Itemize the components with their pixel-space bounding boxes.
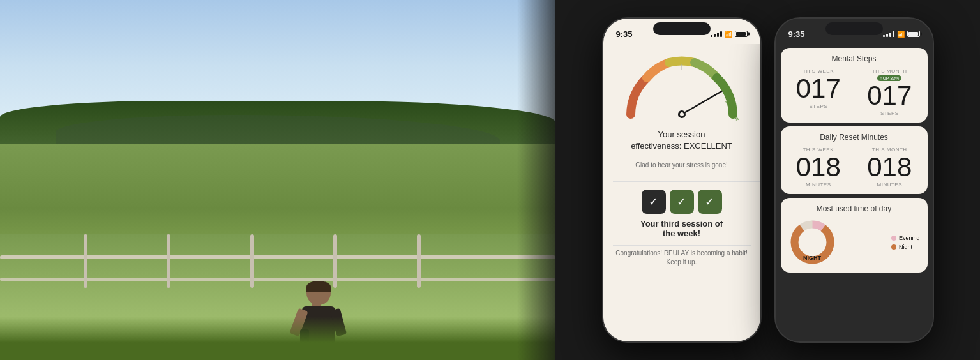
mental-steps-month-value: 017: [867, 82, 912, 109]
daily-reset-month-col: THIS MONTH 018 MINUTES: [859, 147, 920, 188]
battery-icon: [735, 31, 748, 37]
mental-steps-month-label: THIS MONTH: [872, 68, 907, 74]
legend-night: Night: [891, 244, 920, 250]
mental-steps-month-unit: STEPS: [880, 110, 899, 116]
gauge-section: EXCELLENT Your sessioneffectiveness: EXC…: [603, 44, 760, 181]
phone-2-signal-icon: [883, 31, 894, 37]
mental-steps-week-unit: STEPS: [809, 103, 827, 109]
daily-reset-title: Daily Reset Minutes: [788, 133, 920, 142]
night-label: NIGHT: [803, 255, 821, 261]
check-title: Your third session ofthe week!: [640, 219, 723, 238]
mental-steps-title: Mental Steps: [788, 54, 920, 63]
gauge-container: EXCELLENT: [618, 54, 746, 124]
daily-reset-numbers: THIS WEEK 018 MINUTES THIS MONTH 018 MIN…: [788, 147, 920, 188]
gauge-effectiveness-label: Your sessioneffectiveness: EXCELLENT: [631, 129, 732, 152]
phone-2-content: Mental Steps THIS WEEK 017 STEPS THIS MO…: [776, 44, 933, 341]
gauge-svg: EXCELLENT: [618, 54, 746, 124]
daily-reset-week-unit: MINUTES: [806, 182, 831, 188]
check-box-1: ✓: [642, 190, 666, 214]
time-card-content: NIGHT Evening Night: [788, 218, 920, 266]
phone-2-status-icons: 📶: [883, 31, 920, 38]
wifi-icon: 📶: [725, 31, 732, 38]
phone-1-content: EXCELLENT Your sessioneffectiveness: EXC…: [603, 44, 760, 341]
phone-2-wifi-icon: 📶: [897, 31, 905, 38]
check-icons: ✓ ✓ ✓: [642, 190, 722, 214]
check-box-3: ✓: [698, 190, 722, 214]
evening-dot: [891, 236, 896, 241]
daily-reset-month-value: 018: [867, 154, 912, 181]
daily-reset-week-value: 018: [796, 154, 841, 181]
mental-steps-month-col: THIS MONTH UP 33% 017 STEPS: [859, 68, 920, 116]
check-subtitle: Congratulations! REULAY is becoming a ha…: [615, 249, 747, 267]
svg-line-2: [679, 91, 721, 116]
evening-label: Evening: [899, 235, 920, 241]
mental-steps-card: Mental Steps THIS WEEK 017 STEPS THIS MO…: [781, 48, 928, 123]
time-legend: Evening Night: [891, 235, 920, 250]
phones-section: 9:35 📶: [555, 0, 980, 360]
daily-reset-week-col: THIS WEEK 018 MINUTES: [788, 147, 849, 188]
signal-icon: [711, 31, 722, 37]
stat-divider-1: [854, 68, 854, 116]
phone-2-notch: [825, 22, 883, 35]
phone-1: 9:35 📶: [602, 17, 762, 343]
mental-steps-numbers: THIS WEEK 017 STEPS THIS MONTH UP 33% 01…: [788, 68, 920, 116]
most-used-time-card: Most used time of day NIGHT: [781, 198, 928, 273]
night-legend-label: Night: [899, 244, 912, 250]
legend-evening: Evening: [891, 235, 920, 241]
checks-section: ✓ ✓ ✓ Your third session ofthe week! Con…: [603, 182, 760, 274]
mental-steps-week-value: 017: [796, 75, 841, 102]
phone-2: 9:35 📶 Mental Steps: [774, 17, 934, 343]
phone-1-time: 9:35: [616, 29, 633, 39]
night-dot: [891, 244, 896, 250]
gauge-sublabel: Glad to hear your stress is gone!: [635, 161, 728, 169]
phone-1-status-icons: 📶: [711, 31, 748, 38]
phone-1-notch: [653, 22, 711, 35]
phone-2-battery-icon: [907, 31, 920, 37]
check-box-2: ✓: [670, 190, 694, 214]
stat-divider-2: [854, 147, 854, 188]
daily-reset-month-unit: MINUTES: [877, 182, 903, 188]
most-used-time-title: Most used time of day: [788, 204, 920, 213]
phone-2-time: 9:35: [788, 29, 805, 39]
hero-photo: [0, 0, 555, 360]
daily-reset-card: Daily Reset Minutes THIS WEEK 018 MINUTE…: [781, 126, 928, 194]
mental-steps-week-col: THIS WEEK 017 STEPS: [788, 68, 849, 116]
